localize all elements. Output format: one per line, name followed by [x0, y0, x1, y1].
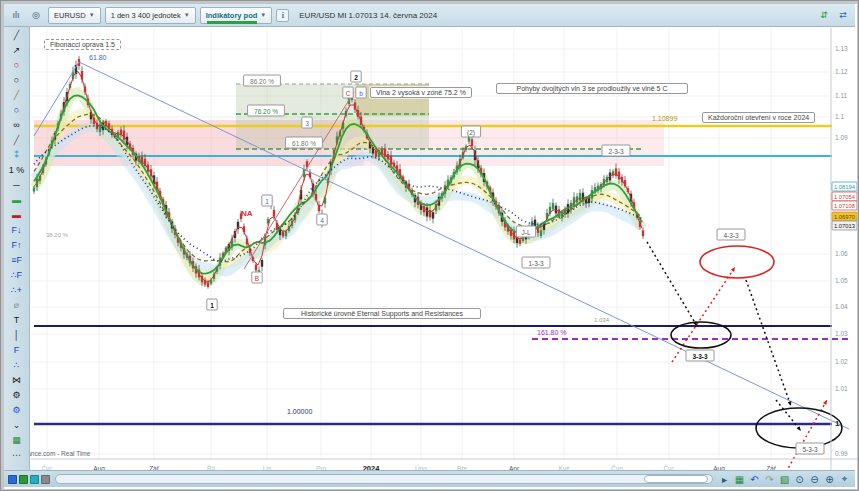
updown-mini-chart-icon[interactable]: ⇵ [816, 7, 832, 23]
link-arrows-icon[interactable]: ⇄ [835, 7, 851, 23]
wave-label[interactable]: 61.80 % [286, 137, 323, 148]
taskbar-apps [8, 475, 50, 484]
ellipse-blue-tool[interactable]: ○ [6, 103, 28, 118]
collapse-tools-button[interactable]: ⌄ [6, 418, 28, 433]
wave-label[interactable]: 3 [302, 117, 312, 128]
ellipse-black-tool[interactable]: ○ [6, 73, 28, 88]
wave-label[interactable]: b [356, 87, 366, 98]
price-tick: 1.06 [835, 250, 848, 257]
crosshair-button[interactable]: ⌖ [838, 473, 851, 486]
svg-text:86.20 %: 86.20 % [250, 78, 274, 85]
percent-tool[interactable]: 1 % [6, 163, 28, 178]
bowtie-tool[interactable]: ⋈ [6, 373, 28, 388]
symbol-dropdown[interactable]: EURUSD ▼ [48, 7, 101, 24]
pin-icon[interactable]: ◎ [28, 7, 44, 23]
wave-label[interactable]: 76.20 % [248, 105, 285, 116]
price-tick: 1.13 [835, 45, 848, 52]
svg-text:3-3-3: 3-3-3 [692, 353, 708, 360]
pan-right-button[interactable]: ▸ [718, 473, 731, 486]
wave3-note-annotation[interactable]: Pohyby dvojitých vln 3 se prodloužily ve… [496, 83, 688, 94]
snapshot-button[interactable]: ▦ [733, 473, 746, 486]
zoom-out-button[interactable]: ⊖ [808, 473, 821, 486]
fib-levels-tool[interactable]: ≡F [6, 253, 28, 268]
support-pill-tool[interactable]: ▬ [6, 193, 28, 208]
svg-text:2-3-3: 2-3-3 [608, 148, 624, 155]
scrollbar-thumb[interactable] [644, 475, 708, 483]
eraser-tool[interactable]: ⌀ [6, 298, 28, 313]
fib-down-tool[interactable]: F↓ [6, 223, 28, 238]
elliott-f-tool[interactable]: F [6, 343, 28, 358]
zoom-select-button[interactable]: ⊙ [793, 473, 806, 486]
taskbar-app-green[interactable] [19, 475, 28, 484]
wave-label[interactable]: (2) [461, 126, 480, 137]
yearly-open-annotation[interactable]: Každoroční otevření v roce 2024 [702, 112, 815, 123]
chart-text-label: 1.034 [594, 317, 610, 323]
wave-label[interactable]: C [343, 87, 353, 98]
fib-time-tool[interactable]: ∴F [6, 268, 28, 283]
fib-up-tool[interactable]: F↑ [6, 238, 28, 253]
more-tools-button[interactable]: ⋯ [6, 448, 28, 463]
arrow-tool[interactable]: ↗ [6, 43, 28, 58]
wave-label[interactable]: 2-3-3 [602, 145, 630, 156]
candle-body [579, 193, 581, 201]
redo-button[interactable]: ↷ [763, 473, 776, 486]
chart-text-label: 1.10899 [652, 115, 677, 122]
svg-text:1.08194: 1.08194 [834, 184, 856, 190]
wave-label[interactable]: 4-3-3 [717, 229, 745, 240]
ray-orange-tool[interactable]: ╱ [6, 88, 28, 103]
wave-label[interactable]: 1-3-3 [522, 257, 550, 268]
price-tag: 1.06970 [832, 212, 857, 221]
line-maroon-tool[interactable]: ╱ [6, 133, 28, 148]
svg-text:3: 3 [305, 120, 309, 127]
svg-text:C: C [346, 90, 351, 97]
svg-text:b: b [359, 90, 363, 97]
fib-cluster-tool[interactable]: ⁑ [6, 148, 28, 163]
wave-label[interactable]: 4 [317, 214, 327, 225]
resistance-pill-tool[interactable]: ▬ [6, 208, 28, 223]
indicator-manager-button[interactable]: ▦ [6, 433, 28, 448]
historic-levels-annotation[interactable]: Historické úrovně Eternal Supports and R… [283, 308, 481, 319]
fib-projection-tool[interactable]: ∴+ [6, 283, 28, 298]
settings-black-tool[interactable]: ⚙ [6, 388, 28, 403]
chart-text-label: 161.80 % [537, 329, 567, 336]
measure-tool[interactable]: ∞ [6, 118, 28, 133]
top-toolbar: ılı ◎ EURUSD ▼ 1 den 3 400 jednotek ▼ In… [4, 4, 855, 27]
wave-label[interactable]: 5-3-3 [796, 443, 824, 454]
taskbar-app-teal[interactable] [30, 475, 39, 484]
trendline-tool[interactable]: ╱ [6, 28, 28, 43]
vline-tool[interactable]: │ [6, 328, 28, 343]
taskbar-app-blue[interactable] [8, 475, 17, 484]
horizontal-scrollbar[interactable] [55, 474, 713, 484]
candle-body [432, 212, 434, 218]
taskbar-app-gray[interactable] [41, 475, 50, 484]
text-tool[interactable]: T [6, 313, 28, 328]
wave-label[interactable]: 3-3-3 [686, 350, 714, 361]
price-tick: 1.05 [835, 277, 848, 284]
wave2-note-annotation[interactable]: Vlna 2 vysoká v zóně 75.2 % [370, 87, 472, 98]
price-tag: 1.07013 [832, 221, 857, 230]
ellipse-red-tool[interactable]: ○ [6, 58, 28, 73]
fib-note-annotation[interactable]: Fibonacci oprava 1.5 [44, 39, 121, 50]
price-chart[interactable]: 2Cb314B1(2)J-L1-3-32-3-34-3-33-3-35-3-38… [4, 4, 857, 489]
zoom-area-button[interactable]: ▧ [778, 473, 791, 486]
chart-type-icon[interactable]: ılı [8, 7, 24, 23]
settings-blue-tool[interactable]: ⚙ [6, 403, 28, 418]
info-icon[interactable]: i [276, 9, 289, 22]
wave-label[interactable]: 1 [262, 195, 272, 206]
bottom-toolbar: ▸▦↶↷▧⊙⊖⊕⌖ [4, 470, 855, 487]
wave-label[interactable]: 86.20 % [244, 75, 281, 86]
hline-tool[interactable]: ─ [6, 178, 28, 193]
drawing-toolbar: ╱↗○○╱○∞╱⁑1 %─▬▬F↓F↑≡F∴F∴+⌀T│F∴⋈⚙⚙⌄▦⋯ [4, 27, 30, 470]
wave-label[interactable]: B [252, 272, 262, 283]
wave-label[interactable]: 2 [351, 71, 361, 82]
indicators-dropdown[interactable]: Indikátory pod ▼ [200, 7, 273, 24]
timeframe-dropdown[interactable]: 1 den 3 400 jednotek ▼ [105, 7, 196, 24]
price-tick: 1.09 [835, 134, 848, 141]
undo-button[interactable]: ↶ [748, 473, 761, 486]
zoom-in-button[interactable]: ⊕ [823, 473, 836, 486]
chart-text-label: 38.20 % [46, 232, 69, 238]
elliott-dots-tool[interactable]: ∴ [6, 358, 28, 373]
wave-label[interactable]: 1 [207, 299, 217, 310]
wave-label[interactable]: J-L [516, 226, 535, 237]
svg-text:1: 1 [265, 198, 269, 205]
